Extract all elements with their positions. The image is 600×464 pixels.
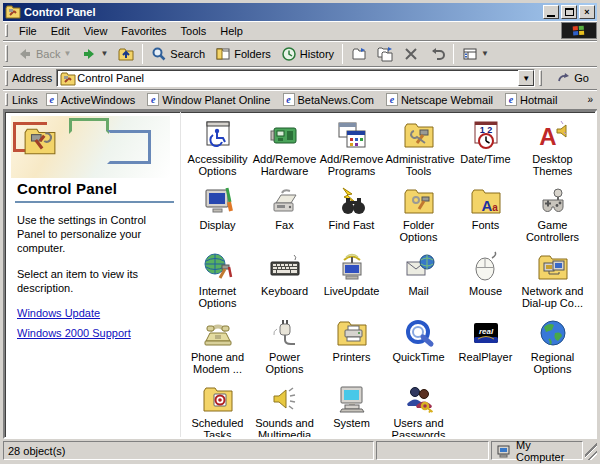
cpl-item-printers[interactable]: Printers xyxy=(318,317,385,383)
cpl-item-sounds[interactable]: Sounds and Multimedia xyxy=(251,383,318,439)
address-dropdown-button[interactable]: ▼ xyxy=(518,70,534,86)
cpl-item-folderopts[interactable]: Folder Options xyxy=(385,185,452,251)
menu-file[interactable]: File xyxy=(12,23,44,39)
toolbar-grip[interactable] xyxy=(5,45,8,63)
cpl-item-power[interactable]: Power Options xyxy=(251,317,318,383)
programs-icon xyxy=(336,119,368,151)
svg-text:A: A xyxy=(481,197,492,214)
folders-button[interactable]: Folders xyxy=(210,43,276,65)
cpl-item-fax[interactable]: Fax xyxy=(251,185,318,251)
delete-button[interactable] xyxy=(398,43,424,65)
link-hotmail[interactable]: e Hotmail xyxy=(501,92,565,107)
my-computer-icon xyxy=(496,443,512,459)
fonts-icon: Aa xyxy=(470,185,502,217)
views-button[interactable]: ▼ xyxy=(457,43,494,65)
cpl-item-label: Accessibility Options xyxy=(185,153,251,177)
menu-edit[interactable]: Edit xyxy=(44,23,77,39)
printers-icon xyxy=(336,317,368,349)
move-to-button[interactable] xyxy=(346,43,372,65)
up-button[interactable] xyxy=(113,43,139,65)
copy-to-button[interactable] xyxy=(372,43,398,65)
cpl-item-users[interactable]: Users and Passwords xyxy=(385,383,452,439)
maximize-button[interactable] xyxy=(561,5,577,19)
panel-description: Use the settings in Control Panel to per… xyxy=(17,213,170,255)
toolbar-grip[interactable] xyxy=(5,24,8,37)
forward-dropdown-icon[interactable]: ▼ xyxy=(100,49,108,58)
links-overflow-chevron[interactable]: » xyxy=(587,94,597,105)
toolbar-separator xyxy=(342,44,343,64)
cpl-item-label: RealPlayer xyxy=(459,351,513,363)
cpl-item-realplayer[interactable]: realRealPlayer xyxy=(452,317,519,383)
cpl-item-label: Sounds and Multimedia xyxy=(252,417,318,439)
title-bar[interactable]: Control Panel × xyxy=(3,3,597,21)
network-icon xyxy=(537,251,569,283)
toolbar-grip[interactable] xyxy=(5,93,8,106)
go-arrow-icon xyxy=(556,70,572,86)
hardware-icon xyxy=(269,119,301,151)
windows-update-link[interactable]: Windows Update xyxy=(17,307,170,319)
windows-2000-support-link[interactable]: Windows 2000 Support xyxy=(17,327,170,339)
cpl-item-fonts[interactable]: AaFonts xyxy=(452,185,519,251)
go-button[interactable]: Go xyxy=(552,69,595,87)
cpl-item-scheduled[interactable]: Scheduled Tasks xyxy=(184,383,251,439)
cpl-item-label: Display xyxy=(199,219,235,231)
link-window-planet-online[interactable]: e Window Planet Online xyxy=(143,92,278,107)
address-combo[interactable]: Control Panel ▼ xyxy=(56,69,535,87)
cpl-item-label: Administrative Tools xyxy=(386,153,452,177)
back-dropdown-icon[interactable]: ▼ xyxy=(63,49,71,58)
cpl-item-mouse[interactable]: Mouse xyxy=(452,251,519,317)
link-betanews[interactable]: e BetaNews.Com xyxy=(279,92,382,107)
back-button[interactable]: Back ▼ xyxy=(12,43,76,65)
forward-button[interactable]: ▼ xyxy=(76,43,113,65)
cpl-item-datetime[interactable]: 1 2Date/Time xyxy=(452,119,519,185)
cpl-item-internet[interactable]: Internet Options xyxy=(184,251,251,317)
menu-view[interactable]: View xyxy=(77,23,115,39)
cpl-item-liveupdate[interactable]: LiveUpdate xyxy=(318,251,385,317)
address-label: Address xyxy=(12,72,52,84)
cpl-item-network[interactable]: Network and Dial-up Co... xyxy=(519,251,586,317)
cpl-item-keyboard[interactable]: Keyboard xyxy=(251,251,318,317)
minimize-button[interactable] xyxy=(543,5,559,19)
panel-description: Select an item to view its description. xyxy=(17,267,170,295)
cpl-item-findfast[interactable]: Find Fast xyxy=(318,185,385,251)
mail-icon xyxy=(403,251,435,283)
undo-button[interactable] xyxy=(424,43,450,65)
cpl-item-game[interactable]: Game Controllers xyxy=(519,185,586,251)
cpl-item-regional[interactable]: Regional Options xyxy=(519,317,586,383)
cpl-item-phone[interactable]: Phone and Modem ... xyxy=(184,317,251,383)
cpl-item-display[interactable]: Display xyxy=(184,185,251,251)
menu-tools[interactable]: Tools xyxy=(174,23,214,39)
window-title: Control Panel xyxy=(24,6,541,18)
control-panel-window: Control Panel × File Edit View Favorites… xyxy=(0,0,600,464)
toolbar-grip[interactable] xyxy=(539,70,542,85)
search-button[interactable]: Search xyxy=(146,43,210,65)
link-activewindows[interactable]: e ActiveWindows xyxy=(42,92,144,107)
cpl-item-label: Mouse xyxy=(469,285,502,297)
panel-title: Control Panel xyxy=(17,180,170,197)
cpl-item-mail[interactable]: Mail xyxy=(385,251,452,317)
cpl-item-themes[interactable]: ADesktop Themes xyxy=(519,119,586,185)
cpl-item-label: System xyxy=(333,417,370,429)
status-object-count: 28 object(s) xyxy=(3,441,374,460)
cpl-item-label: Users and Passwords xyxy=(386,417,452,439)
history-button[interactable]: History xyxy=(276,43,339,65)
cpl-item-system[interactable]: System xyxy=(318,383,385,439)
icon-grid: Accessibility OptionsAdd/Remove Hardware… xyxy=(181,112,595,437)
link-netscape-webmail[interactable]: e Netscape Webmail xyxy=(382,92,501,107)
cpl-item-quicktime[interactable]: QuickTime xyxy=(385,317,452,383)
cpl-item-label: Add/Remove Hardware xyxy=(252,153,318,177)
menu-help[interactable]: Help xyxy=(213,23,250,39)
cpl-item-label: Internet Options xyxy=(185,285,251,309)
cpl-item-accessibility[interactable]: Accessibility Options xyxy=(184,119,251,185)
resize-grip[interactable] xyxy=(585,441,597,460)
cpl-item-programs[interactable]: Add/Remove Programs xyxy=(318,119,385,185)
cpl-item-hardware[interactable]: Add/Remove Hardware xyxy=(251,119,318,185)
forward-icon xyxy=(81,46,97,62)
cpl-item-admintools[interactable]: Administrative Tools xyxy=(385,119,452,185)
views-dropdown-icon[interactable]: ▼ xyxy=(481,49,489,58)
close-button[interactable]: × xyxy=(579,5,595,19)
toolbar-grip[interactable] xyxy=(5,70,8,85)
back-icon xyxy=(17,46,33,62)
address-value: Control Panel xyxy=(77,72,144,84)
menu-favorites[interactable]: Favorites xyxy=(114,23,173,39)
